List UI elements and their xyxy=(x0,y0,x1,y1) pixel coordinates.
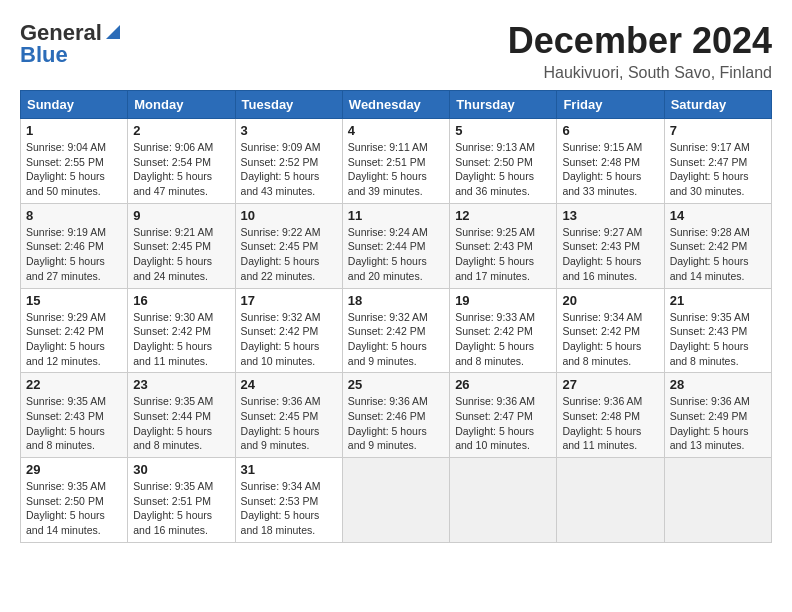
day-info: Sunrise: 9:15 AMSunset: 2:48 PMDaylight:… xyxy=(562,140,658,199)
weekday-header-saturday: Saturday xyxy=(664,91,771,119)
day-info: Sunrise: 9:32 AMSunset: 2:42 PMDaylight:… xyxy=(348,310,444,369)
day-info: Sunrise: 9:36 AMSunset: 2:47 PMDaylight:… xyxy=(455,394,551,453)
calendar-cell: 11Sunrise: 9:24 AMSunset: 2:44 PMDayligh… xyxy=(342,203,449,288)
day-number: 29 xyxy=(26,462,122,477)
day-number: 15 xyxy=(26,293,122,308)
day-info: Sunrise: 9:06 AMSunset: 2:54 PMDaylight:… xyxy=(133,140,229,199)
calendar-cell: 29Sunrise: 9:35 AMSunset: 2:50 PMDayligh… xyxy=(21,458,128,543)
day-number: 10 xyxy=(241,208,337,223)
day-info: Sunrise: 9:35 AMSunset: 2:43 PMDaylight:… xyxy=(26,394,122,453)
calendar-cell: 6Sunrise: 9:15 AMSunset: 2:48 PMDaylight… xyxy=(557,119,664,204)
day-info: Sunrise: 9:04 AMSunset: 2:55 PMDaylight:… xyxy=(26,140,122,199)
day-number: 1 xyxy=(26,123,122,138)
logo: General Blue xyxy=(20,20,122,68)
calendar-cell: 18Sunrise: 9:32 AMSunset: 2:42 PMDayligh… xyxy=(342,288,449,373)
calendar-week-3: 15Sunrise: 9:29 AMSunset: 2:42 PMDayligh… xyxy=(21,288,772,373)
day-number: 31 xyxy=(241,462,337,477)
day-info: Sunrise: 9:24 AMSunset: 2:44 PMDaylight:… xyxy=(348,225,444,284)
weekday-header-sunday: Sunday xyxy=(21,91,128,119)
calendar-cell: 20Sunrise: 9:34 AMSunset: 2:42 PMDayligh… xyxy=(557,288,664,373)
day-number: 5 xyxy=(455,123,551,138)
calendar-cell: 25Sunrise: 9:36 AMSunset: 2:46 PMDayligh… xyxy=(342,373,449,458)
calendar-table: SundayMondayTuesdayWednesdayThursdayFrid… xyxy=(20,90,772,543)
day-info: Sunrise: 9:34 AMSunset: 2:53 PMDaylight:… xyxy=(241,479,337,538)
logo-triangle-icon xyxy=(104,23,122,41)
day-info: Sunrise: 9:36 AMSunset: 2:48 PMDaylight:… xyxy=(562,394,658,453)
day-number: 12 xyxy=(455,208,551,223)
calendar-cell: 10Sunrise: 9:22 AMSunset: 2:45 PMDayligh… xyxy=(235,203,342,288)
day-number: 26 xyxy=(455,377,551,392)
logo-blue-text: Blue xyxy=(20,42,68,68)
day-info: Sunrise: 9:33 AMSunset: 2:42 PMDaylight:… xyxy=(455,310,551,369)
day-info: Sunrise: 9:36 AMSunset: 2:45 PMDaylight:… xyxy=(241,394,337,453)
day-info: Sunrise: 9:35 AMSunset: 2:44 PMDaylight:… xyxy=(133,394,229,453)
day-number: 6 xyxy=(562,123,658,138)
day-info: Sunrise: 9:35 AMSunset: 2:51 PMDaylight:… xyxy=(133,479,229,538)
calendar-cell: 15Sunrise: 9:29 AMSunset: 2:42 PMDayligh… xyxy=(21,288,128,373)
calendar-cell xyxy=(450,458,557,543)
calendar-cell: 30Sunrise: 9:35 AMSunset: 2:51 PMDayligh… xyxy=(128,458,235,543)
day-number: 30 xyxy=(133,462,229,477)
weekday-header-monday: Monday xyxy=(128,91,235,119)
day-number: 17 xyxy=(241,293,337,308)
calendar-cell: 16Sunrise: 9:30 AMSunset: 2:42 PMDayligh… xyxy=(128,288,235,373)
day-number: 9 xyxy=(133,208,229,223)
calendar-cell: 13Sunrise: 9:27 AMSunset: 2:43 PMDayligh… xyxy=(557,203,664,288)
weekday-header-friday: Friday xyxy=(557,91,664,119)
calendar-cell: 23Sunrise: 9:35 AMSunset: 2:44 PMDayligh… xyxy=(128,373,235,458)
calendar-cell: 3Sunrise: 9:09 AMSunset: 2:52 PMDaylight… xyxy=(235,119,342,204)
day-number: 2 xyxy=(133,123,229,138)
day-info: Sunrise: 9:35 AMSunset: 2:43 PMDaylight:… xyxy=(670,310,766,369)
page-header: General Blue December 2024 Haukivuori, S… xyxy=(20,20,772,82)
subtitle: Haukivuori, South Savo, Finland xyxy=(508,64,772,82)
day-number: 27 xyxy=(562,377,658,392)
calendar-week-4: 22Sunrise: 9:35 AMSunset: 2:43 PMDayligh… xyxy=(21,373,772,458)
day-number: 8 xyxy=(26,208,122,223)
day-info: Sunrise: 9:11 AMSunset: 2:51 PMDaylight:… xyxy=(348,140,444,199)
day-info: Sunrise: 9:13 AMSunset: 2:50 PMDaylight:… xyxy=(455,140,551,199)
calendar-cell: 4Sunrise: 9:11 AMSunset: 2:51 PMDaylight… xyxy=(342,119,449,204)
calendar-cell: 12Sunrise: 9:25 AMSunset: 2:43 PMDayligh… xyxy=(450,203,557,288)
day-number: 13 xyxy=(562,208,658,223)
day-info: Sunrise: 9:27 AMSunset: 2:43 PMDaylight:… xyxy=(562,225,658,284)
day-number: 20 xyxy=(562,293,658,308)
svg-marker-0 xyxy=(106,25,120,39)
day-number: 21 xyxy=(670,293,766,308)
calendar-cell: 5Sunrise: 9:13 AMSunset: 2:50 PMDaylight… xyxy=(450,119,557,204)
day-info: Sunrise: 9:36 AMSunset: 2:46 PMDaylight:… xyxy=(348,394,444,453)
day-number: 25 xyxy=(348,377,444,392)
calendar-cell: 14Sunrise: 9:28 AMSunset: 2:42 PMDayligh… xyxy=(664,203,771,288)
day-number: 3 xyxy=(241,123,337,138)
day-number: 18 xyxy=(348,293,444,308)
day-number: 14 xyxy=(670,208,766,223)
day-info: Sunrise: 9:32 AMSunset: 2:42 PMDaylight:… xyxy=(241,310,337,369)
calendar-cell: 26Sunrise: 9:36 AMSunset: 2:47 PMDayligh… xyxy=(450,373,557,458)
title-area: December 2024 Haukivuori, South Savo, Fi… xyxy=(508,20,772,82)
calendar-cell: 1Sunrise: 9:04 AMSunset: 2:55 PMDaylight… xyxy=(21,119,128,204)
weekday-header-wednesday: Wednesday xyxy=(342,91,449,119)
day-info: Sunrise: 9:30 AMSunset: 2:42 PMDaylight:… xyxy=(133,310,229,369)
day-number: 4 xyxy=(348,123,444,138)
calendar-cell: 24Sunrise: 9:36 AMSunset: 2:45 PMDayligh… xyxy=(235,373,342,458)
weekday-header-thursday: Thursday xyxy=(450,91,557,119)
main-title: December 2024 xyxy=(508,20,772,62)
calendar-week-1: 1Sunrise: 9:04 AMSunset: 2:55 PMDaylight… xyxy=(21,119,772,204)
day-info: Sunrise: 9:28 AMSunset: 2:42 PMDaylight:… xyxy=(670,225,766,284)
day-info: Sunrise: 9:19 AMSunset: 2:46 PMDaylight:… xyxy=(26,225,122,284)
day-info: Sunrise: 9:36 AMSunset: 2:49 PMDaylight:… xyxy=(670,394,766,453)
day-info: Sunrise: 9:35 AMSunset: 2:50 PMDaylight:… xyxy=(26,479,122,538)
weekday-header-row: SundayMondayTuesdayWednesdayThursdayFrid… xyxy=(21,91,772,119)
day-info: Sunrise: 9:29 AMSunset: 2:42 PMDaylight:… xyxy=(26,310,122,369)
day-number: 16 xyxy=(133,293,229,308)
day-number: 19 xyxy=(455,293,551,308)
day-number: 22 xyxy=(26,377,122,392)
calendar-cell: 19Sunrise: 9:33 AMSunset: 2:42 PMDayligh… xyxy=(450,288,557,373)
calendar-cell: 9Sunrise: 9:21 AMSunset: 2:45 PMDaylight… xyxy=(128,203,235,288)
day-number: 24 xyxy=(241,377,337,392)
day-info: Sunrise: 9:17 AMSunset: 2:47 PMDaylight:… xyxy=(670,140,766,199)
day-info: Sunrise: 9:34 AMSunset: 2:42 PMDaylight:… xyxy=(562,310,658,369)
calendar-cell xyxy=(557,458,664,543)
day-number: 28 xyxy=(670,377,766,392)
calendar-cell: 28Sunrise: 9:36 AMSunset: 2:49 PMDayligh… xyxy=(664,373,771,458)
calendar-cell: 8Sunrise: 9:19 AMSunset: 2:46 PMDaylight… xyxy=(21,203,128,288)
